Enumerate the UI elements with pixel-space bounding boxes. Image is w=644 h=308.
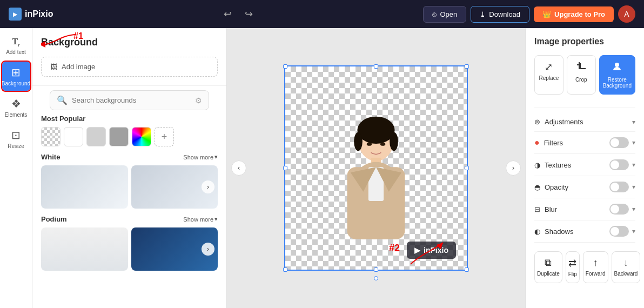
restore-bg-button[interactable]: Restore Background <box>599 55 635 95</box>
avatar[interactable]: A <box>618 5 635 23</box>
category-white: White Show more ▾ › <box>41 153 218 209</box>
handle-tr[interactable] <box>465 64 469 69</box>
handle-bm[interactable] <box>374 267 378 272</box>
upgrade-button[interactable]: 👑 Upgrade to Pro <box>534 6 614 22</box>
redo-button[interactable]: ↪ <box>242 5 256 23</box>
swatch-transparent[interactable] <box>41 127 61 146</box>
opacity-icon: ◓ <box>534 183 540 191</box>
topbar-center: ↩ ↪ <box>220 5 256 23</box>
filters-label: ● Filters <box>534 138 563 148</box>
opacity-toggle[interactable] <box>609 182 629 192</box>
handle-rm[interactable] <box>465 166 469 170</box>
handle-tm[interactable] <box>374 64 378 69</box>
properties-list: ⊜ Adjustments ▾ ● Filters ▾ ◑ <box>534 112 635 243</box>
sidebar-item-add-text[interactable]: Tr Add text <box>2 32 30 59</box>
white-show-more[interactable]: Show more ▾ <box>183 153 218 160</box>
podium-image-2[interactable]: › <box>131 227 218 271</box>
filters-controls: ▾ <box>609 137 635 148</box>
backward-button[interactable]: ↓ Backward <box>612 251 641 283</box>
sidebar-item-background[interactable]: ⊞ Background <box>2 62 30 91</box>
handle-br[interactable] <box>465 267 469 272</box>
sidebar-item-label: Resize <box>8 143 24 149</box>
filters-toggle[interactable] <box>609 137 629 148</box>
podium-image-1[interactable] <box>41 227 128 271</box>
svg-point-2 <box>354 132 363 151</box>
duplicate-button[interactable]: ⧉ Duplicate <box>534 251 562 283</box>
undo-button[interactable]: ↩ <box>220 5 235 23</box>
textures-toggle[interactable] <box>609 159 629 170</box>
search-input[interactable] <box>72 96 191 104</box>
swatch-white[interactable] <box>64 127 83 146</box>
backward-icon: ↓ <box>623 257 628 269</box>
opacity-row: ◓ Opacity ▾ <box>534 176 635 198</box>
swatch-rainbow[interactable] <box>132 127 151 146</box>
white-image-1[interactable] <box>41 165 128 209</box>
background-icon: ⊞ <box>11 66 21 79</box>
adjustments-chevron[interactable]: ▾ <box>632 118 635 126</box>
download-icon: ⤓ <box>480 10 486 18</box>
blur-toggle[interactable] <box>609 204 629 215</box>
opacity-chevron[interactable]: ▾ <box>632 183 635 191</box>
most-popular-section: Most Popular + <box>41 115 218 146</box>
filters-chevron[interactable]: ▾ <box>632 139 635 146</box>
annotation-2: #2 <box>389 243 400 254</box>
blur-chevron[interactable]: ▾ <box>632 205 635 213</box>
blur-icon: ⊟ <box>534 205 540 213</box>
adjustments-row: ⊜ Adjustments ▾ <box>534 112 635 132</box>
swatch-light-gray[interactable] <box>86 127 106 146</box>
sidebar-item-resize[interactable]: ⊡ Resize <box>2 124 30 153</box>
open-icon: ⎋ <box>432 10 437 18</box>
restore-bg-icon <box>612 61 622 75</box>
podium-arrow-btn[interactable]: › <box>202 243 214 256</box>
shadows-chevron[interactable]: ▾ <box>632 227 635 235</box>
add-image-button[interactable]: 🖼 Add image <box>41 57 218 77</box>
search-bar: 🔍 ⚙ <box>50 90 209 110</box>
duplicate-icon: ⧉ <box>545 257 552 269</box>
app-name: inPixio <box>25 9 53 19</box>
text-icon: Tr <box>12 37 19 48</box>
canvas-nav-left[interactable]: ‹ <box>231 160 246 176</box>
blur-controls: ▾ <box>609 204 635 215</box>
resize-icon: ⊡ <box>11 129 21 142</box>
sidebar-item-elements[interactable]: ❖ Elements <box>2 93 30 122</box>
forward-button[interactable]: ↑ Forward <box>583 251 608 283</box>
backward-label: Backward <box>614 271 638 277</box>
white-image-2[interactable]: › <box>131 165 218 209</box>
handle-tl[interactable] <box>283 64 287 69</box>
shadows-icon: ◐ <box>534 227 540 236</box>
category-podium-header: Podium Show more ▾ <box>41 215 218 223</box>
most-popular-title: Most Popular <box>41 115 218 123</box>
download-button[interactable]: ⤓ Download <box>471 6 529 23</box>
textures-row: ◑ Textures ▾ <box>534 154 635 176</box>
right-panel: Image properties ⤢ Replace Crop Restore … <box>525 28 644 308</box>
upgrade-label: Upgrade to Pro <box>554 10 605 18</box>
handle-lm[interactable] <box>283 166 287 170</box>
add-image-label: Add image <box>62 63 95 71</box>
filter-icon[interactable]: ⚙ <box>195 96 202 105</box>
replace-button[interactable]: ⤢ Replace <box>534 55 564 95</box>
category-white-header: White Show more ▾ <box>41 153 218 161</box>
svg-point-9 <box>380 143 385 146</box>
podium-show-more[interactable]: Show more ▾ <box>183 216 218 223</box>
crop-icon <box>576 61 587 75</box>
handle-bottom-center[interactable] <box>374 276 378 280</box>
category-white-name: White <box>41 153 60 161</box>
canvas-nav-right[interactable]: › <box>506 160 521 176</box>
svg-point-10 <box>615 63 619 67</box>
handle-bl[interactable] <box>283 267 287 272</box>
textures-chevron[interactable]: ▾ <box>632 161 635 169</box>
sidebar-item-label: Background <box>2 81 30 86</box>
flip-button[interactable]: ⇄ Flip <box>566 251 580 283</box>
adjustments-label: ⊜ Adjustments <box>534 118 583 126</box>
open-button[interactable]: ⎋ Open <box>423 6 466 23</box>
elements-icon: ❖ <box>11 97 21 110</box>
textures-controls: ▾ <box>609 159 635 170</box>
shadows-toggle[interactable] <box>609 226 629 237</box>
swatch-gray[interactable] <box>109 127 129 146</box>
white-arrow-btn[interactable]: › <box>202 180 214 193</box>
annotation-arrow-2 <box>405 237 448 270</box>
category-podium-name: Podium <box>41 215 67 223</box>
swatch-add-button[interactable]: + <box>155 127 174 146</box>
crop-button[interactable]: Crop <box>567 55 596 95</box>
shadows-row: ◐ Shadows ▾ <box>534 220 635 243</box>
